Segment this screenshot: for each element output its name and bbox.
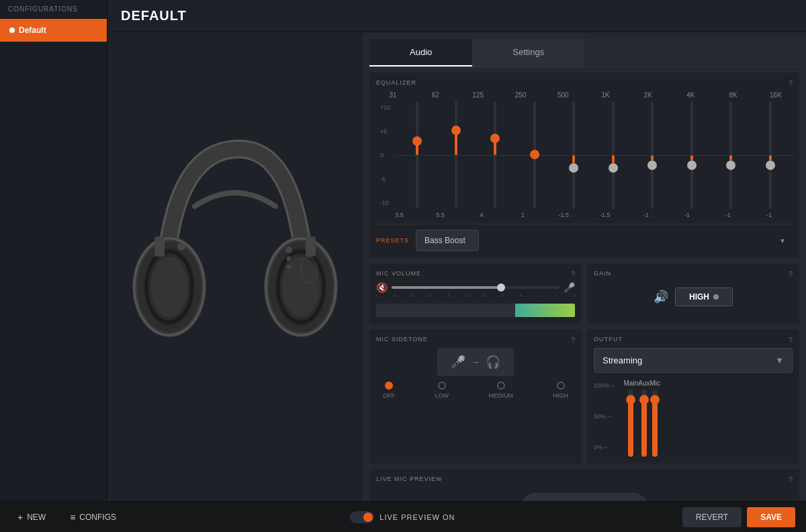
svg-point-6 (150, 257, 188, 317)
output-dropdown[interactable]: Streaming ▼ (594, 348, 793, 373)
eq-slider-col-4 (564, 101, 583, 209)
mic-sidetone-help[interactable]: ? (571, 336, 575, 344)
output-50pct: 50% – (594, 413, 615, 420)
mic-volume-meter-fill (515, 304, 575, 317)
eq-track-6[interactable] (651, 101, 654, 209)
sidetone-low[interactable]: LOW (435, 382, 449, 399)
eq-track-9[interactable] (769, 101, 772, 209)
eq-value-label-4: -1.5 (554, 212, 573, 218)
sidetone-off[interactable]: OFF (383, 382, 395, 399)
eq-thumb-5[interactable] (609, 163, 618, 173)
sidebar-item-default[interactable]: Default (0, 19, 107, 42)
eq-track-8[interactable] (729, 101, 732, 209)
svg-rect-19 (154, 236, 165, 257)
channel-main-slider[interactable] (628, 390, 633, 457)
presets-label: PRESETS (376, 237, 409, 244)
eq-slider-col-6 (643, 101, 662, 209)
eq-value-label-5: -1.5 (596, 212, 615, 218)
bottom-center: LIVE PREVIEW ON (350, 511, 455, 523)
eq-container: 31 62 125 250 500 1K 2K 4K 8K 16K (376, 91, 793, 218)
sidetone-medium-radio (497, 382, 505, 390)
eq-freq-4k: 4K (680, 91, 701, 99)
eq-freq-250: 250 (510, 91, 531, 99)
eq-slider-col-5 (604, 101, 623, 209)
equalizer-label: EQUALIZER (376, 79, 793, 86)
eq-track-4[interactable] (572, 101, 575, 209)
eq-thumb-0[interactable] (412, 136, 422, 146)
eq-track-2[interactable] (494, 101, 496, 209)
svg-point-17 (287, 265, 292, 269)
channel-main-thumb[interactable] (626, 395, 635, 404)
tab-audio[interactable]: Audio (369, 39, 472, 66)
sidetone-headphone-icon: 🎧 (486, 355, 500, 369)
output-100pct: 100% – (594, 382, 615, 389)
mic-max-icon: 🎤 (564, 282, 575, 293)
sidebar: CONFIGURATIONS Default (0, 0, 107, 501)
svg-point-7 (177, 242, 185, 251)
gain-button[interactable]: HIGH (675, 287, 733, 306)
live-mic-preview-section: LIVE MIC PREVIEW ? 🎙 Live Mic Preview (369, 469, 799, 501)
channel-mic-slider[interactable] (652, 390, 658, 457)
eq-thumb-3[interactable] (530, 150, 539, 159)
eq-thumb-1[interactable] (451, 126, 461, 135)
mic-sidetone-section: MIC SIDETONE ? 🎤 → 🎧 (369, 329, 582, 463)
content-body: Audio Settings EQUALIZER ? 31 62 125 250 (107, 32, 806, 501)
mic-volume-help[interactable]: ? (571, 270, 575, 278)
eq-track-3[interactable] (533, 101, 536, 209)
svg-point-16 (287, 257, 292, 261)
live-preview-toggle[interactable] (350, 511, 374, 523)
channel-aux-fill (641, 400, 647, 457)
live-mic-preview-help[interactable]: ? (789, 476, 793, 484)
eq-value-label-1: 5.5 (431, 212, 450, 218)
svg-rect-20 (306, 236, 316, 257)
eq-track-1[interactable] (455, 101, 457, 209)
eq-track-5[interactable] (612, 101, 615, 209)
eq-value-label-3: 1 (513, 212, 532, 218)
output-help[interactable]: ? (789, 336, 793, 344)
eq-thumb-9[interactable] (766, 161, 775, 170)
save-button[interactable]: SAVE (747, 507, 795, 527)
sidetone-low-label: LOW (435, 392, 449, 399)
gain-help[interactable]: ? (789, 270, 793, 278)
tab-settings[interactable]: Settings (472, 39, 584, 66)
right-panel: Audio Settings EQUALIZER ? 31 62 125 250 (363, 32, 806, 501)
eq-freq-31: 31 (383, 91, 403, 99)
channel-aux-thumb[interactable] (639, 395, 649, 404)
revert-button[interactable]: REVERT (682, 507, 742, 527)
live-mic-preview-button[interactable]: 🎙 Live Mic Preview (521, 493, 648, 501)
channel-aux-slider[interactable] (641, 390, 647, 457)
eq-track-0[interactable] (416, 101, 418, 209)
eq-thumb-4[interactable] (569, 163, 578, 173)
configs-button[interactable]: ≡ CONFIGS (63, 508, 123, 527)
eq-track-7[interactable] (690, 101, 693, 209)
sidetone-visual: 🎤 → 🎧 (376, 348, 575, 376)
channel-aux: Aux (638, 380, 650, 457)
sidetone-off-radio (385, 382, 393, 390)
equalizer-help[interactable]: ? (789, 79, 793, 87)
sidetone-off-label: OFF (383, 392, 395, 399)
eq-thumb-6[interactable] (647, 161, 657, 170)
output-value: Streaming (602, 355, 642, 365)
presets-select[interactable]: Bass Boost Flat Treble Boost Vocal Boost… (416, 230, 479, 251)
eq-thumb-8[interactable] (726, 161, 735, 170)
eq-slider-col-0 (408, 101, 427, 209)
eq-fill-neg-6 (651, 155, 654, 161)
tabs: Audio Settings (369, 39, 799, 67)
sidetone-high[interactable]: HIGH (553, 382, 568, 399)
eq-fill-neg-7 (690, 155, 693, 161)
channel-mic-thumb[interactable] (650, 395, 660, 404)
gain-value: HIGH (689, 292, 709, 302)
eq-thumb-2[interactable] (490, 134, 500, 143)
eq-fill-neg-8 (729, 155, 732, 161)
plus-icon: + (17, 512, 23, 523)
presets-row: PRESETS Bass Boost Flat Treble Boost Voc… (376, 230, 793, 251)
mic-volume-meter (376, 304, 575, 317)
sidetone-medium[interactable]: MEDIUM (488, 382, 513, 399)
mic-volume-thumb[interactable] (497, 283, 505, 292)
eq-slider-col-1 (447, 101, 465, 209)
new-button[interactable]: + NEW (11, 508, 52, 527)
live-mic-preview-label: LIVE MIC PREVIEW (376, 476, 793, 482)
output-channels-area: 100% – 50% – 0% – Main (594, 380, 793, 457)
eq-thumb-7[interactable] (687, 161, 697, 170)
mic-volume-track[interactable] (392, 286, 559, 289)
